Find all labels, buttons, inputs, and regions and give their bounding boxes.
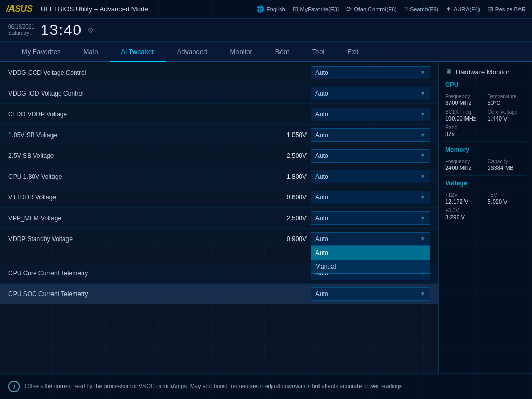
hw-mem-freq-label: Frequency [445,158,484,164]
hw-memory-section: Memory [445,146,526,155]
vddg-ccd-value: Auto [315,69,420,76]
table-row: CPU SOC Current Telemetry Auto ▼ [0,284,438,304]
cldo-dropdown[interactable]: Auto ▼ [311,108,430,121]
hw-bclk-block: BCLK Freq 100.00 MHz [445,109,484,122]
hw-mem-freq-value: 2400 MHz [445,165,484,171]
hw-33v-label: +3.3V [445,208,526,214]
row-label-25v: 2.5V SB Voltage [8,152,270,159]
cldo-value: Auto [315,111,420,118]
nav-my-favorites[interactable]: My Favorites [10,42,72,62]
hw-core-volt-value: 1.440 V [488,115,526,122]
dropdown-option-manual[interactable]: Manual [311,260,430,273]
nav-monitor[interactable]: Monitor [219,42,264,62]
dropdown-option-auto[interactable]: Auto [311,246,430,260]
vddg-iod-dropdown[interactable]: Auto ▼ [311,87,430,100]
25v-dropdown-value: Auto [315,152,420,159]
myfavorite-btn[interactable]: ⊡ MyFavorite(F3) [292,5,339,13]
date-display: 06/19/2021 Saturday [8,24,34,36]
row-value-vppmem: 2.500V [270,215,307,222]
chevron-down-icon: ▼ [420,90,425,96]
nav-tool[interactable]: Tool [301,42,336,62]
time-settings-icon[interactable]: ⚙ [87,26,94,34]
nav-exit[interactable]: Exit [336,42,370,62]
hw-ratio-block: Ratio 37x [445,125,526,137]
hw-divider-1 [445,141,526,142]
monitor-icon: 🖥 [445,68,453,76]
cpu-soc-tel-value: Auto [315,290,420,298]
row-label-vddp-standby: VDDP Standby Voltage [8,235,270,243]
date-text: 06/19/2021 [8,24,34,30]
chevron-down-icon: ▼ [420,215,425,221]
25v-dropdown[interactable]: Auto ▼ [311,149,430,163]
resize-bar-btn[interactable]: ⊞ Resize BAR [487,5,526,13]
hw-cpu-freq-label: Frequency [445,94,484,99]
hw-12v-block: +12V 12.172 V [445,192,484,205]
row-value-25v: 2.500V [270,152,307,159]
table-row: VDDG CCD Voltage Control Auto ▼ [0,62,438,83]
hw-monitor-title: 🖥 Hardware Monitor [445,68,526,76]
hw-cpu-grid: Frequency 3700 MHz Temperature 50°C BCLK… [445,94,526,122]
hw-ratio-value: 37x [445,131,526,137]
hw-voltage-grid: +12V 12.172 V +5V 5.020 V [445,192,526,205]
chevron-down-icon: ▼ [420,174,425,179]
row-label-cpu-core-tel: CPU Core Current Telemetry [8,270,270,277]
vddp-standby-value: Auto [315,235,420,243]
cpu18-dropdown[interactable]: Auto ▼ [311,170,430,183]
hw-mem-freq-block: Frequency 2400 MHz [445,158,484,171]
hw-mem-cap-block: Capacity 16384 MB [488,158,526,171]
day-text: Saturday [8,30,34,36]
qfan-btn[interactable]: ⟳ Qfan Control(F6) [346,5,397,13]
top-bar: /ASUS UEFI BIOS Utility – Advanced Mode … [0,0,532,19]
hw-cpu-temp-label: Temperature [488,94,526,99]
aura-icon: ✦ [446,5,451,13]
hw-mem-cap-label: Capacity [488,158,526,164]
cpu-soc-tel-dropdown[interactable]: Auto ▼ [311,287,430,301]
hw-cpu-freq-value: 3700 MHz [445,100,484,106]
row-label-vddg-iod: VDDG IOD Voltage Control [8,90,270,97]
nav-advanced[interactable]: Advanced [166,42,219,62]
hw-memory-grid: Frequency 2400 MHz Capacity 16384 MB [445,158,526,171]
nav-ai-tweaker[interactable]: Ai Tweaker [110,42,166,62]
asus-logo: /ASUS [6,4,32,15]
qfan-label: Qfan Control(F6) [354,6,397,12]
info-bar: i Offsets the current read by the proces… [0,373,532,399]
hw-cpu-freq-block: Frequency 3700 MHz [445,94,484,106]
table-row: VPP_MEM Voltage 2.500V Auto ▼ [0,208,438,229]
vddp-standby-dropdown-container: Auto ▼ Auto Manual [311,232,430,246]
row-label-cldo: CLDO VDDP Voltage [8,111,270,118]
hw-bclk-label: BCLK Freq [445,109,484,115]
hw-divider-2 [445,175,526,176]
nav-boot[interactable]: Boot [264,42,301,62]
hw-12v-value: 12.172 V [445,198,484,205]
vppmem-dropdown[interactable]: Auto ▼ [311,211,430,225]
vttddr-dropdown[interactable]: Auto ▼ [311,191,430,204]
myfavorite-label: MyFavorite(F3) [300,6,339,12]
search-btn[interactable]: ? Search(F9) [404,5,438,13]
hw-cpu-section: CPU [445,81,526,90]
table-row: CPU 1.80V Voltage 1.800V Auto ▼ [0,166,438,187]
resize-label: Resize BAR [495,6,526,12]
settings-list: VDDG CCD Voltage Control Auto ▼ VDDG IOD… [0,62,438,304]
chevron-down-icon: ▼ [420,236,425,242]
table-row: VTTDDR Voltage 0.600V Auto ▼ [0,187,438,208]
row-value-105v: 1.050V [270,131,307,139]
aura-btn[interactable]: ✦ AURA(F4) [446,5,480,13]
105v-dropdown-value: Auto [315,131,420,139]
row-label-vppmem: VPP_MEM Voltage [8,215,270,222]
chevron-down-icon: ▼ [420,153,425,158]
hw-5v-label: +5V [488,192,526,198]
language-label: English [267,6,285,12]
row-label-cpu-soc-tel: CPU SOC Current Telemetry [8,290,270,298]
top-bar-actions: 🌐 English ⊡ MyFavorite(F3) ⟳ Qfan Contro… [256,5,526,13]
chevron-down-icon: ▼ [420,132,425,138]
vddp-standby-dropdown[interactable]: Auto ▼ [311,232,430,246]
nav-main[interactable]: Main [72,42,109,62]
vddg-ccd-dropdown[interactable]: Auto ▼ [311,66,430,79]
row-label-cpu18: CPU 1.80V Voltage [8,173,270,180]
chevron-down-icon: ▼ [420,70,425,75]
language-selector[interactable]: 🌐 English [256,5,285,13]
content-wrapper: VDDG CCD Voltage Control Auto ▼ VDDG IOD… [0,62,532,373]
hardware-monitor-panel: 🖥 Hardware Monitor CPU Frequency 3700 MH… [438,62,532,373]
vttddr-dropdown-value: Auto [315,194,420,201]
105v-dropdown[interactable]: Auto ▼ [311,128,430,142]
